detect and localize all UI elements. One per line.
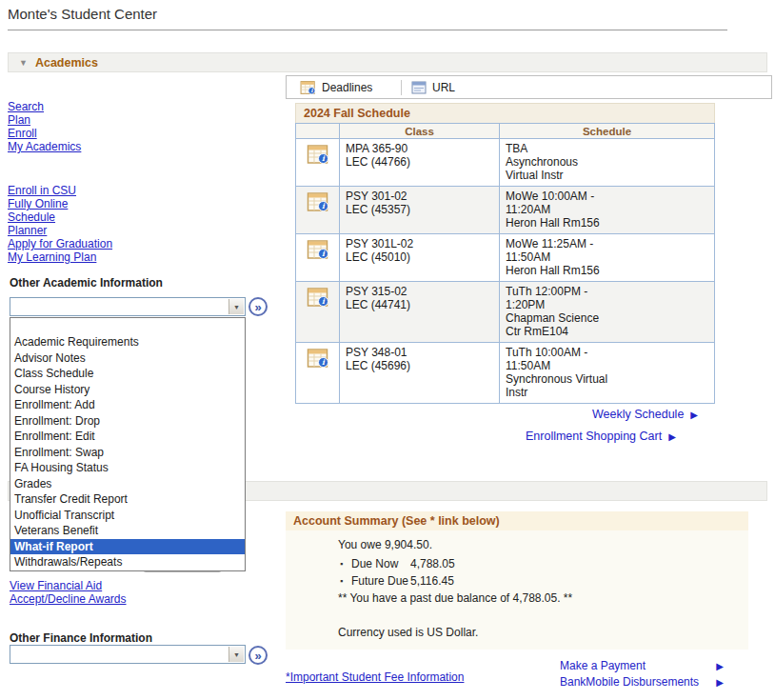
schedule-table: Class Schedule MPA 365-90 LEC (44766) TB… bbox=[295, 123, 715, 404]
class-calendar-icon[interactable] bbox=[307, 191, 329, 212]
dropdown-option-highlighted[interactable]: What-if Report bbox=[10, 539, 245, 555]
collapse-triangle-icon[interactable]: ▼ bbox=[19, 58, 28, 68]
weekly-schedule-link[interactable]: Weekly Schedule ▶ bbox=[592, 408, 698, 421]
bankmobile-disbursements-link[interactable]: BankMobile Disbursements ▶ bbox=[560, 674, 724, 690]
class-cell: PSY 301L-02 LEC (45010) bbox=[340, 234, 500, 282]
dropdown-option[interactable]: Grades bbox=[10, 476, 245, 492]
student-center-page: Monte's Student Center ▼ Academics Deadl… bbox=[0, 0, 775, 700]
dropdown-option[interactable]: Transfer Credit Report bbox=[10, 491, 245, 508]
class-icon-cell[interactable] bbox=[296, 282, 340, 343]
account-summary-body: You owe 9,904.50. ▪ Due Now 4,788.05 ▪ F… bbox=[286, 530, 748, 650]
nav-link-enroll[interactable]: Enroll bbox=[8, 127, 81, 140]
class-calendar-icon[interactable] bbox=[307, 287, 329, 308]
amount-owed-text: You owe 9,904.50. bbox=[338, 538, 748, 551]
dropdown-option[interactable]: FA Housing Status bbox=[10, 460, 245, 476]
class-icon-cell[interactable] bbox=[296, 187, 340, 234]
table-row: PSY 348-01 LEC (45696) TuTh 10:00AM - 11… bbox=[296, 343, 715, 404]
url-button[interactable]: URL bbox=[411, 81, 455, 94]
dropdown-option[interactable]: Enrollment: Drop bbox=[10, 413, 245, 430]
past-due-text: ** You have a past due balance of 4,788.… bbox=[338, 591, 748, 605]
arrow-right-icon: ▶ bbox=[668, 431, 676, 442]
schedule-cell: MoWe 11:25AM - 11:50AM Heron Hall Rm156 bbox=[500, 234, 715, 282]
other-finance-info-label: Other Finance Information bbox=[10, 631, 152, 645]
class-cell: MPA 365-90 LEC (44766) bbox=[340, 139, 500, 187]
nav-link-planner[interactable]: Planner bbox=[8, 224, 141, 237]
url-label: URL bbox=[432, 81, 455, 94]
icon-column-header bbox=[296, 124, 340, 139]
dropdown-option[interactable]: Unofficial Transcript bbox=[10, 508, 245, 524]
dropdown-option[interactable]: Advisor Notes bbox=[10, 350, 245, 367]
schedule-cell: MoWe 10:00AM - 11:20AM Heron Hall Rm156 bbox=[500, 187, 715, 234]
dropdown-option[interactable]: Class Schedule bbox=[10, 366, 245, 382]
class-column-header: Class bbox=[340, 124, 500, 139]
dropdown-option[interactable]: Enrollment: Add bbox=[10, 397, 245, 413]
account-summary-items: ▪ Due Now 4,788.05 ▪ Future Due 5,116.45 bbox=[340, 557, 748, 588]
schedule-cell: TBA Asynchronous Virtual Instr bbox=[500, 139, 715, 187]
dropdown-option[interactable]: Academic Requirements bbox=[10, 334, 245, 350]
dropdown-option-empty[interactable] bbox=[10, 318, 245, 334]
academics-nav: Search Plan Enroll My Academics bbox=[8, 100, 81, 153]
class-calendar-icon[interactable] bbox=[307, 348, 329, 369]
academics-section-header[interactable]: ▼ Academics bbox=[8, 52, 767, 72]
future-due-value: 5,116.45 bbox=[410, 574, 454, 588]
deadlines-calendar-icon bbox=[300, 80, 316, 95]
make-a-payment-link[interactable]: Make a Payment ▶ bbox=[560, 658, 724, 674]
future-due-label: Future Due bbox=[351, 574, 410, 588]
nav-link-learning-plan[interactable]: My Learning Plan bbox=[8, 250, 141, 264]
academics-section-label: Academics bbox=[35, 56, 98, 70]
url-icon bbox=[411, 81, 427, 94]
payment-links: Make a Payment ▶ BankMobile Disbursement… bbox=[560, 658, 724, 690]
academic-info-dropdown-list: Academic Requirements Advisor Notes Clas… bbox=[10, 317, 246, 571]
nav-link-schedule[interactable]: Schedule bbox=[8, 210, 141, 224]
schedule-title: 2024 Fall Schedule bbox=[295, 103, 715, 123]
page-title: Monte's Student Center bbox=[8, 6, 157, 22]
currency-text: Currency used is US Dollar. bbox=[338, 626, 748, 639]
dropdown-option[interactable]: Enrollment: Swap bbox=[10, 445, 245, 461]
future-due-row: ▪ Future Due 5,116.45 bbox=[340, 574, 748, 588]
class-cell: PSY 301-02 LEC (45357) bbox=[340, 187, 500, 234]
title-divider bbox=[8, 30, 727, 30]
deadlines-label: Deadlines bbox=[322, 81, 372, 94]
nav-link-search[interactable]: Search bbox=[8, 100, 81, 113]
select-dropdown-arrow-icon[interactable]: ▼ bbox=[229, 647, 244, 662]
nav-link-enroll-csu-fully-online[interactable]: Enroll in CSU Fully Online bbox=[8, 184, 141, 210]
enrollment-shopping-cart-link[interactable]: Enrollment Shopping Cart ▶ bbox=[526, 430, 676, 443]
nav-link-my-academics[interactable]: My Academics bbox=[8, 140, 81, 153]
class-calendar-icon[interactable] bbox=[307, 239, 329, 260]
finance-info-select[interactable]: ▼ bbox=[10, 645, 246, 664]
dropdown-option[interactable]: Enrollment: Edit bbox=[10, 429, 245, 445]
class-icon-cell[interactable] bbox=[296, 234, 340, 282]
nav-link-apply-graduation[interactable]: Apply for Graduation bbox=[8, 237, 141, 250]
dropdown-option[interactable]: Veterans Benefit bbox=[10, 523, 245, 539]
select-dropdown-arrow-icon[interactable]: ▼ bbox=[229, 299, 244, 314]
account-summary-header: Account Summary (See * link below) bbox=[286, 511, 748, 530]
academics-nav-secondary: Enroll in CSU Fully Online Schedule Plan… bbox=[8, 184, 141, 264]
bullet-icon: ▪ bbox=[340, 574, 351, 588]
class-calendar-icon[interactable] bbox=[307, 144, 329, 165]
financial-aid-links: View Financial Aid Accept/Decline Awards bbox=[10, 579, 127, 606]
academic-info-select[interactable]: ▼ bbox=[10, 297, 246, 316]
dropdown-option[interactable]: Course History bbox=[10, 382, 245, 398]
class-cell: PSY 348-01 LEC (45696) bbox=[340, 343, 500, 404]
schedule-cell: TuTh 12:00PM - 1:20PM Chapman Science Ct… bbox=[500, 282, 715, 343]
due-now-value: 4,788.05 bbox=[410, 557, 455, 570]
class-icon-cell[interactable] bbox=[296, 343, 340, 404]
finance-go-button[interactable]: » bbox=[248, 646, 268, 665]
schedule-toolbar: Deadlines URL bbox=[286, 75, 772, 99]
due-now-row: ▪ Due Now 4,788.05 bbox=[340, 557, 748, 570]
view-financial-aid-link[interactable]: View Financial Aid bbox=[10, 579, 127, 592]
nav-link-plan[interactable]: Plan bbox=[8, 113, 81, 127]
schedule-cell: TuTh 10:00AM - 11:50AM Synchronous Virtu… bbox=[500, 343, 715, 404]
arrow-right-icon: ▶ bbox=[716, 658, 724, 674]
schedule-header-row: Class Schedule bbox=[296, 124, 715, 139]
academic-go-button[interactable]: » bbox=[248, 297, 268, 316]
table-row: MPA 365-90 LEC (44766) TBA Asynchronous … bbox=[296, 139, 715, 187]
accept-decline-awards-link[interactable]: Accept/Decline Awards bbox=[10, 592, 127, 606]
student-fee-information-link[interactable]: *Important Student Fee Information bbox=[286, 670, 464, 684]
deadlines-button[interactable]: Deadlines bbox=[300, 80, 391, 95]
class-cell: PSY 315-02 LEC (44741) bbox=[340, 282, 500, 343]
arrow-right-icon: ▶ bbox=[690, 410, 698, 420]
table-row: PSY 301L-02 LEC (45010) MoWe 11:25AM - 1… bbox=[296, 234, 715, 282]
dropdown-option[interactable]: Withdrawals/Repeats bbox=[10, 554, 245, 570]
class-icon-cell[interactable] bbox=[296, 139, 340, 187]
